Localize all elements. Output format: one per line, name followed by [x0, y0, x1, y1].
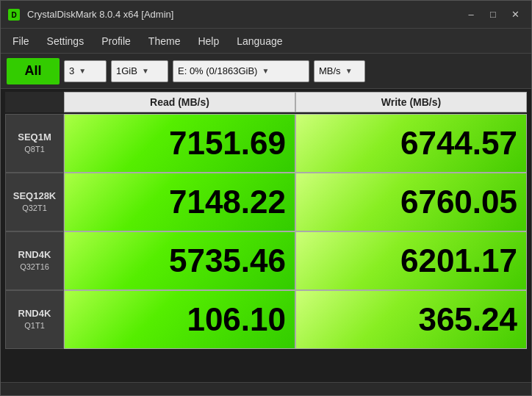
all-button[interactable]: All [7, 58, 60, 84]
maximize-button[interactable]: □ [483, 6, 503, 24]
read-cell-0: 7151.69 [64, 114, 295, 173]
write-cell-0: 6744.57 [295, 114, 527, 173]
size-dropdown-arrow: ▼ [142, 67, 149, 75]
write-cell-2: 6201.17 [295, 231, 527, 290]
row-label-0: SEQ1M Q8T1 [5, 114, 64, 173]
unit-dropdown-arrow: ▼ [345, 67, 353, 75]
menu-profile[interactable]: Profile [93, 32, 140, 50]
header-empty [5, 92, 64, 112]
size-dropdown[interactable]: 1GiB ▼ [111, 60, 168, 82]
row-label-2: RND4K Q32T16 [5, 231, 64, 290]
drive-dropdown-arrow: ▼ [262, 67, 269, 75]
close-button[interactable]: ✕ [505, 6, 525, 24]
title-bar: D CrystalDiskMark 8.0.4 x64 [Admin] – □ … [1, 1, 531, 29]
status-bar [1, 382, 531, 395]
drive-dropdown[interactable]: E: 0% (0/1863GiB) ▼ [173, 60, 309, 82]
table-body: SEQ1M Q8T1 7151.69 6744.57 SEQ128K Q32T1… [5, 114, 527, 349]
row-label-top-2: RND4K [18, 248, 51, 262]
table-header: Read (MB/s) Write (MB/s) [5, 92, 527, 112]
count-dropdown[interactable]: 3 ▼ [64, 60, 107, 82]
read-cell-1: 7148.22 [64, 173, 295, 231]
row-label-top-1: SEQ128K [13, 190, 57, 203]
table-row: SEQ1M Q8T1 7151.69 6744.57 [5, 114, 527, 173]
menu-theme[interactable]: Theme [140, 32, 190, 50]
table-row: RND4K Q32T16 5735.46 6201.17 [5, 231, 527, 290]
row-label-3: RND4K Q1T1 [5, 290, 64, 349]
svg-text:D: D [11, 11, 16, 19]
menu-settings[interactable]: Settings [38, 32, 93, 50]
count-dropdown-arrow: ▼ [79, 67, 86, 75]
table-row: SEQ128K Q32T1 7148.22 6760.05 [5, 173, 527, 231]
header-write: Write (MB/s) [295, 92, 527, 112]
size-value: 1GiB [116, 65, 137, 76]
app-icon: D [7, 7, 21, 22]
write-cell-1: 6760.05 [295, 173, 527, 231]
row-label-1: SEQ128K Q32T1 [5, 173, 64, 231]
row-label-bot-1: Q32T1 [22, 203, 47, 214]
count-value: 3 [69, 65, 74, 76]
row-label-bot-2: Q32T16 [20, 262, 49, 273]
menu-bar: File Settings Profile Theme Help Languag… [1, 29, 531, 54]
main-window: D CrystalDiskMark 8.0.4 x64 [Admin] – □ … [0, 0, 532, 396]
row-label-bot-3: Q1T1 [24, 320, 45, 331]
unit-dropdown[interactable]: MB/s ▼ [314, 60, 365, 82]
window-controls: – □ ✕ [461, 6, 525, 24]
menu-help[interactable]: Help [189, 32, 228, 50]
menu-language[interactable]: Language [228, 32, 291, 50]
menu-file[interactable]: File [4, 32, 38, 50]
drive-value: E: 0% (0/1863GiB) [178, 65, 257, 76]
header-read: Read (MB/s) [64, 92, 295, 112]
minimize-button[interactable]: – [461, 6, 481, 24]
row-label-top-3: RND4K [18, 307, 51, 320]
row-label-bot-0: Q8T1 [24, 144, 45, 155]
read-cell-3: 106.10 [64, 290, 295, 349]
read-cell-2: 5735.46 [64, 231, 295, 290]
unit-value: MB/s [319, 65, 341, 76]
row-label-top-0: SEQ1M [18, 131, 51, 144]
main-content: Read (MB/s) Write (MB/s) SEQ1M Q8T1 7151… [1, 89, 531, 382]
write-cell-3: 365.24 [295, 290, 527, 349]
window-title: CrystalDiskMark 8.0.4 x64 [Admin] [27, 9, 461, 20]
table-row: RND4K Q1T1 106.10 365.24 [5, 290, 527, 349]
toolbar: All 3 ▼ 1GiB ▼ E: 0% (0/1863GiB) ▼ MB/s … [1, 54, 531, 89]
